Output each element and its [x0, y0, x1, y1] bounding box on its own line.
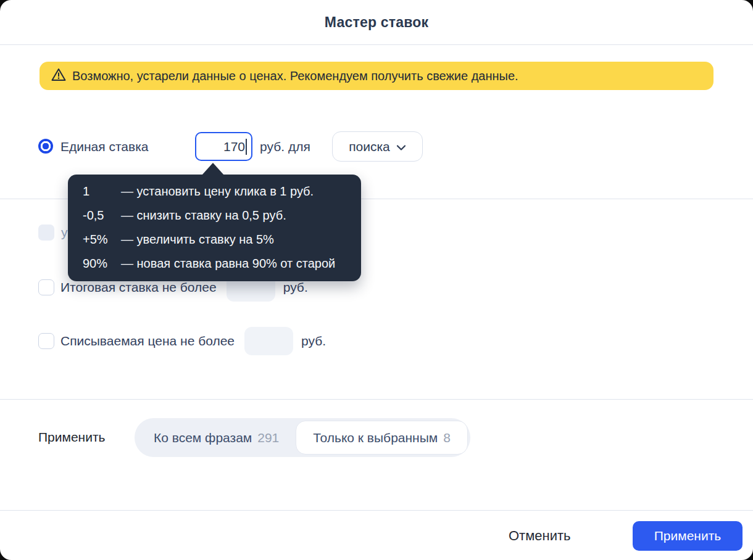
- tooltip-row: +5% — увеличить ставку на 5%: [83, 228, 346, 252]
- max-charged-price-input[interactable]: [244, 327, 293, 355]
- segment-all-phrases-label: Ко всем фразам: [154, 430, 252, 445]
- bid-hint-tooltip: 1 — установить цену клика в 1 руб. -0,5 …: [68, 175, 361, 281]
- tooltip-example: 1: [83, 179, 121, 204]
- single-bid-radio[interactable]: [38, 139, 53, 154]
- modal-title: Мастер ставок: [0, 0, 753, 44]
- warning-triangle-icon: [51, 67, 67, 84]
- apply-scope-label: Применить: [38, 430, 106, 445]
- segment-selected-only-label: Только к выбранным: [313, 430, 438, 445]
- apply-button[interactable]: Применить: [633, 521, 743, 551]
- tooltip-row: -0,5 — снизить ставку на 0,5 руб.: [83, 204, 346, 228]
- max-charged-price-label: Списываемая цена не более: [60, 334, 235, 348]
- max-final-bid-checkbox[interactable]: [38, 279, 54, 295]
- max-final-bid-suffix: руб.: [283, 280, 308, 295]
- covered-option-partial-label: у: [61, 225, 68, 240]
- tooltip-row: 1 — установить цену клика в 1 руб.: [83, 179, 346, 204]
- currency-for-label: руб. для: [260, 139, 310, 154]
- max-final-bid-label: Итоговая ставка не более: [60, 280, 217, 295]
- max-charged-price-suffix: руб.: [301, 334, 326, 348]
- tooltip-arrow: [202, 163, 224, 175]
- tooltip-description: — увеличить ставку на 5%: [121, 228, 274, 252]
- segment-all-phrases-count: 291: [257, 430, 279, 445]
- segment-selected-only[interactable]: Только к выбранным 8: [296, 421, 468, 455]
- tooltip-description: — новая ставка равна 90% от старой: [121, 252, 335, 276]
- apply-scope-segmented-control: Ко всем фразам 291 Только к выбранным 8: [135, 418, 470, 457]
- covered-option-row: у: [38, 224, 68, 241]
- chevron-down-icon: [396, 139, 406, 154]
- warning-text: Возможно, устарели данные о ценах. Реком…: [72, 69, 518, 83]
- header-divider: [0, 44, 753, 45]
- bid-target-value: поиска: [349, 139, 390, 154]
- covered-option-checkbox[interactable]: [38, 224, 54, 241]
- single-bid-radio-label: Единая ставка: [60, 139, 149, 154]
- bid-amount-input[interactable]: 170: [195, 132, 252, 161]
- segment-all-phrases[interactable]: Ко всем фразам 291: [137, 421, 296, 455]
- max-charged-price-row: Списываемая цена не более руб.: [38, 327, 326, 355]
- tooltip-row: 90% — новая ставка равна 90% от старой: [83, 252, 346, 276]
- bid-wizard-modal: Мастер ставок Возможно, устарели данные …: [0, 0, 753, 560]
- tooltip-example: 90%: [83, 252, 121, 276]
- footer-divider: [0, 510, 753, 511]
- text-caret: [246, 139, 247, 155]
- segment-selected-only-count: 8: [443, 430, 451, 445]
- bid-target-select[interactable]: поиска: [332, 131, 423, 162]
- section-divider: [0, 399, 753, 400]
- tooltip-example: +5%: [83, 228, 121, 252]
- max-charged-price-checkbox[interactable]: [38, 333, 54, 349]
- tooltip-description: — установить цену клика в 1 руб.: [121, 179, 314, 204]
- warning-banner: Возможно, устарели данные о ценах. Реком…: [40, 62, 713, 90]
- tooltip-example: -0,5: [83, 204, 121, 228]
- tooltip-description: — снизить ставку на 0,5 руб.: [121, 204, 286, 228]
- bid-amount-value: 170: [223, 139, 245, 154]
- cancel-button[interactable]: Отменить: [502, 524, 577, 548]
